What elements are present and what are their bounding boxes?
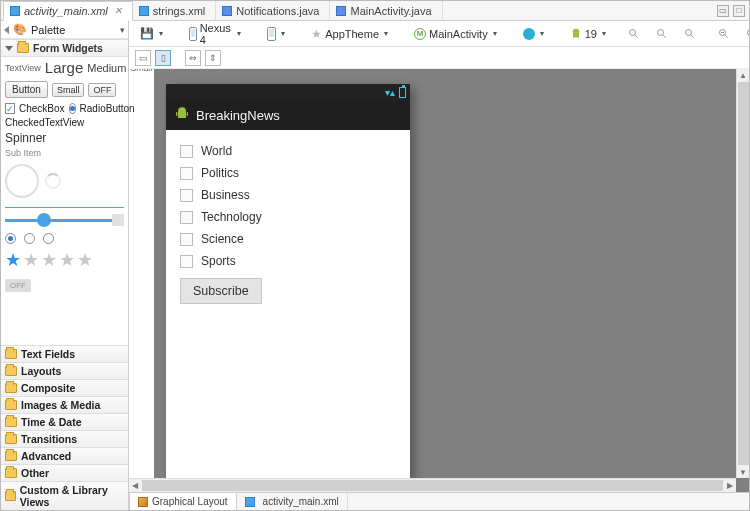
zoom-reset-icon[interactable] — [651, 25, 673, 43]
folder-icon — [5, 383, 17, 393]
svg-rect-0 — [573, 32, 579, 37]
zoom-in-icon[interactable] — [741, 25, 750, 43]
xml-file-icon — [10, 6, 20, 16]
svg-rect-16 — [187, 112, 188, 116]
align-option-2[interactable]: ⇕ — [205, 50, 221, 66]
radio-on-widget[interactable] — [5, 233, 16, 244]
checkbox-politics[interactable]: Politics — [180, 162, 396, 184]
java-file-icon — [222, 6, 232, 16]
checkbox-icon — [180, 211, 193, 224]
folder-icon — [5, 417, 17, 427]
view-option-2[interactable]: ▯ — [155, 50, 171, 66]
scroll-left-icon[interactable]: ◀ — [129, 480, 141, 492]
device-selector[interactable]: Nexus 4▾ — [184, 19, 246, 49]
xml-file-icon — [139, 6, 149, 16]
editor-tab-mainactivity[interactable]: MainActivity.java — [330, 1, 442, 21]
activity-selector[interactable]: MMainActivity▾ — [409, 25, 502, 43]
progress-large-widget[interactable] — [5, 164, 39, 198]
chevron-down-icon — [5, 46, 13, 51]
checkbox-technology[interactable]: Technology — [180, 206, 396, 228]
app-title: BreakingNews — [196, 108, 280, 123]
medium-text-widget[interactable]: Medium — [87, 62, 126, 74]
checkbox-science[interactable]: Science — [180, 228, 396, 250]
close-tab-icon[interactable]: ✕ — [114, 5, 122, 16]
editor-tab-label: MainActivity.java — [350, 5, 431, 17]
checkedtextview-widget[interactable]: CheckedTextView — [5, 117, 124, 128]
view-option-1[interactable]: ▭ — [135, 50, 151, 66]
zoom-out-icon[interactable] — [713, 25, 735, 43]
star-icon: ★ — [59, 251, 75, 269]
off-button-widget[interactable]: OFF — [88, 83, 116, 97]
phone-icon — [189, 27, 197, 41]
sub-item-widget[interactable]: Sub Item — [5, 148, 124, 158]
radio-off-widget[interactable] — [43, 233, 54, 244]
textview-widget[interactable]: TextView — [5, 63, 41, 73]
tab-xml-source[interactable]: activity_main.xml — [237, 493, 348, 511]
palette-category-images-media[interactable]: Images & Media — [1, 396, 128, 413]
palette-category-time-date[interactable]: Time & Date — [1, 413, 128, 430]
align-option-1[interactable]: ⇔ — [185, 50, 201, 66]
battery-icon — [399, 87, 406, 98]
checkbox-business[interactable]: Business — [180, 184, 396, 206]
palette-category-text-fields[interactable]: Text Fields — [1, 345, 128, 362]
palette-category-other[interactable]: Other — [1, 464, 128, 481]
folder-icon — [5, 451, 17, 461]
radio-off-widget[interactable] — [24, 233, 35, 244]
locale-selector[interactable]: ▾ — [518, 25, 549, 43]
collapse-left-icon[interactable] — [4, 26, 9, 34]
large-text-widget[interactable]: Large — [45, 59, 83, 76]
svg-line-9 — [725, 34, 728, 37]
xml-file-icon — [245, 497, 255, 507]
graphical-layout-icon — [138, 497, 148, 507]
editor-tab-activity-main[interactable]: activity_main.xml ✕ — [3, 1, 133, 21]
editor-tab-strings[interactable]: strings.xml — [133, 1, 217, 21]
folder-icon — [5, 349, 17, 359]
zoom-100-icon[interactable] — [679, 25, 701, 43]
checkbox-widget[interactable]: CheckBox — [19, 103, 65, 114]
editor-tab-notifications[interactable]: Notifications.java — [216, 1, 330, 21]
orientation-selector[interactable]: ▾ — [262, 24, 290, 44]
palette-section-form-widgets[interactable]: Form Widgets — [1, 39, 128, 57]
chevron-down-icon[interactable]: ▾ — [120, 25, 125, 35]
star-icon: ★ — [23, 251, 39, 269]
radio-icon — [69, 103, 76, 114]
designer-subtoolbar: ▭ ▯ ⇔ ⇕ — [129, 47, 749, 69]
theme-selector[interactable]: ★AppTheme▾ — [306, 24, 393, 44]
scroll-right-icon[interactable]: ▶ — [724, 480, 736, 492]
svg-line-6 — [691, 34, 694, 37]
api-selector[interactable]: 19▾ — [565, 25, 611, 43]
vertical-scrollbar[interactable]: ▲ ▼ — [736, 69, 749, 478]
palette-category-transitions[interactable]: Transitions — [1, 430, 128, 447]
small-button-widget[interactable]: Small — [52, 83, 85, 97]
checkbox-icon: ✓ — [5, 103, 15, 114]
tab-graphical-layout[interactable]: Graphical Layout — [129, 493, 237, 511]
editor-tab-strip: activity_main.xml ✕ strings.xml Notifica… — [1, 1, 749, 21]
ratingbar-widget[interactable]: ★ ★ ★ ★ ★ — [5, 251, 124, 269]
android-icon — [174, 106, 190, 125]
checkbox-sports[interactable]: Sports — [180, 250, 396, 272]
scroll-down-icon[interactable]: ▼ — [737, 466, 749, 478]
svg-rect-14 — [178, 112, 186, 118]
button-widget[interactable]: Button — [5, 81, 48, 98]
zoom-fit-icon[interactable] — [623, 25, 645, 43]
minimize-view-icon[interactable]: ▭ — [717, 5, 729, 17]
toggle-off-widget[interactable]: OFF — [5, 279, 31, 292]
horizontal-scrollbar[interactable]: ◀ ▶ — [129, 478, 736, 492]
designer-canvas[interactable]: ▾▴ BreakingNews World Politics Business … — [129, 69, 749, 492]
palette-category-advanced[interactable]: Advanced — [1, 447, 128, 464]
activity-icon: M — [414, 28, 426, 40]
scroll-up-icon[interactable]: ▲ — [737, 69, 749, 81]
checkbox-world[interactable]: World — [180, 140, 396, 162]
maximize-view-icon[interactable]: □ — [733, 5, 745, 17]
seekbar-widget[interactable] — [5, 219, 124, 222]
palette-category-composite[interactable]: Composite — [1, 379, 128, 396]
subscribe-button[interactable]: Subscribe — [180, 278, 262, 304]
svg-point-1 — [629, 29, 635, 35]
palette-category-layouts[interactable]: Layouts — [1, 362, 128, 379]
spinner-widget[interactable]: Spinner — [5, 131, 124, 145]
save-icon[interactable]: 💾▾ — [135, 24, 168, 43]
radiobutton-widget[interactable]: RadioButton — [80, 103, 135, 114]
star-icon: ★ — [77, 251, 93, 269]
progress-small-widget[interactable] — [45, 173, 61, 189]
palette-category-custom[interactable]: Custom & Library Views — [1, 481, 128, 510]
